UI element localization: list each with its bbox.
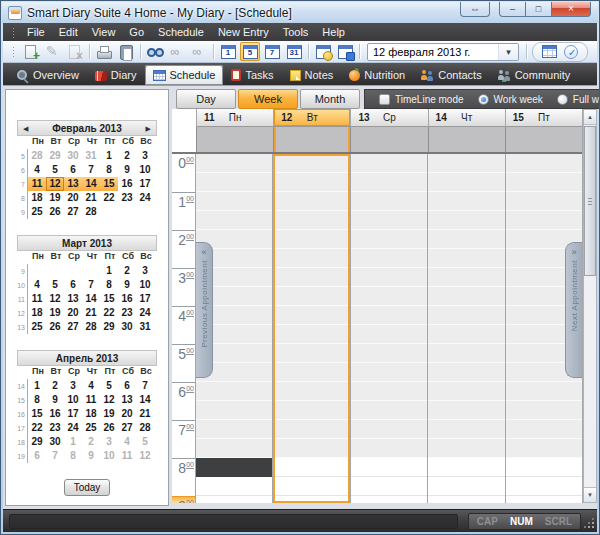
calendar-day[interactable]: 16	[118, 292, 136, 306]
paste-button[interactable]	[116, 42, 136, 61]
scroll-down-icon[interactable]: ▼	[584, 487, 596, 502]
calendar-day[interactable]: 28	[82, 320, 100, 334]
switch-window-button[interactable]: ⇔	[460, 2, 490, 17]
day-column-header[interactable]: 14Чт	[428, 109, 505, 127]
full-week-radio[interactable]	[557, 94, 568, 105]
allday-cell[interactable]	[428, 127, 505, 152]
calendar-day[interactable]: 16	[118, 177, 136, 191]
calendar-day[interactable]: 19	[46, 191, 64, 205]
day-column[interactable]	[350, 154, 427, 503]
vertical-scrollbar[interactable]: ▲ ▼	[583, 109, 597, 503]
close-button[interactable]: ×	[551, 2, 591, 17]
tab-community[interactable]: Community	[490, 65, 579, 85]
timeline-checkbox[interactable]	[379, 94, 390, 105]
next-appointment-tab[interactable]: » Next Appointment	[565, 242, 582, 378]
calendar-day[interactable]: 11	[82, 393, 100, 407]
search-button[interactable]	[145, 42, 165, 61]
calendar-day[interactable]: 27	[118, 421, 136, 435]
calendar-day[interactable]: 6	[28, 449, 46, 463]
calendar-day[interactable]: 8	[64, 449, 82, 463]
view-button-day[interactable]: Day	[176, 89, 236, 109]
calendar-day[interactable]: 3	[136, 264, 154, 278]
calendar-day[interactable]: 18	[82, 407, 100, 421]
calendar-day[interactable]: 20	[64, 191, 82, 205]
resize-grip-icon[interactable]	[584, 518, 594, 528]
calendar-day[interactable]: 6	[118, 379, 136, 393]
calendar-day[interactable]: 17	[136, 292, 154, 306]
calendar-day[interactable]: 1	[100, 264, 118, 278]
calendar-day[interactable]: 15	[100, 292, 118, 306]
tab-overview[interactable]: Overview	[8, 65, 87, 85]
scrollbar-thumb[interactable]	[584, 126, 596, 276]
calendar-day[interactable]: 27	[64, 320, 82, 334]
calendar-day[interactable]: 7	[46, 449, 64, 463]
calendar-day[interactable]: 31	[136, 320, 154, 334]
date-input[interactable]: 12 февраля 2013 г.▾	[367, 43, 519, 61]
calendar-day[interactable]: 1	[64, 435, 82, 449]
calendar-day[interactable]: 12	[46, 177, 64, 191]
calendar-day[interactable]: 7	[136, 379, 154, 393]
calendar-day[interactable]: 25	[28, 205, 46, 219]
calendar-day[interactable]: 25	[28, 320, 46, 334]
calendar-day[interactable]: 29	[100, 320, 118, 334]
calendar-day[interactable]: 14	[136, 393, 154, 407]
calendar-day[interactable]: 9	[46, 393, 64, 407]
calendar-day[interactable]: 5	[136, 435, 154, 449]
calendar-day[interactable]: 8	[100, 278, 118, 292]
calendar-day[interactable]: 5	[46, 278, 64, 292]
calendar-day[interactable]: 1	[28, 379, 46, 393]
today-button[interactable]: Today	[64, 479, 110, 496]
maximize-button[interactable]: □	[526, 2, 551, 17]
calendar-day[interactable]: 2	[82, 435, 100, 449]
calendar-day[interactable]: 9	[118, 278, 136, 292]
full-week-view-button[interactable]: 7	[262, 42, 282, 61]
calendar-day[interactable]: 10	[136, 163, 154, 177]
calendar-day[interactable]: 11	[28, 292, 46, 306]
alarm-list-button[interactable]	[313, 42, 333, 61]
calendar-day[interactable]: 24	[64, 421, 82, 435]
day-view-button[interactable]: 1	[218, 42, 238, 61]
tab-schedule[interactable]: Schedule	[145, 65, 224, 85]
goto-date-button[interactable]	[335, 42, 355, 61]
calendar-day[interactable]: 1	[100, 149, 118, 163]
menu-item-schedule[interactable]: Schedule	[151, 24, 211, 40]
next-month-icon[interactable]: ▶	[146, 125, 151, 133]
calendar-day[interactable]: 10	[100, 449, 118, 463]
calendar-day[interactable]: 8	[28, 393, 46, 407]
calendar-day[interactable]: 4	[28, 163, 46, 177]
calendar-day[interactable]: 28	[28, 149, 46, 163]
calendar-day[interactable]: 12	[136, 449, 154, 463]
calendar-day[interactable]: 20	[118, 407, 136, 421]
selected-timeslot[interactable]	[196, 458, 272, 477]
calendar-day[interactable]: 24	[136, 191, 154, 205]
calendar-day[interactable]: 7	[82, 163, 100, 177]
calendar-day[interactable]: 6	[64, 278, 82, 292]
calendar-day[interactable]: 4	[118, 435, 136, 449]
new-entry-button[interactable]	[21, 42, 41, 61]
calendar-day[interactable]: 26	[46, 205, 64, 219]
calendar-day[interactable]: 5	[46, 163, 64, 177]
calendar-day[interactable]: 11	[28, 177, 46, 191]
calendar-day[interactable]: 3	[64, 379, 82, 393]
tab-contacts[interactable]: Contacts	[413, 65, 489, 85]
day-column[interactable]	[272, 154, 349, 503]
calendar-day[interactable]: 2	[118, 149, 136, 163]
calendar-day[interactable]: 23	[118, 306, 136, 320]
allday-cell[interactable]	[273, 127, 350, 152]
work-week-radio[interactable]	[478, 94, 489, 105]
tab-notes[interactable]: Notes	[282, 65, 342, 85]
calendar-day[interactable]: 26	[46, 320, 64, 334]
table-view-button[interactable]	[539, 42, 559, 61]
menu-item-view[interactable]: View	[85, 24, 123, 40]
calendar-day[interactable]: 5	[100, 379, 118, 393]
calendar-day[interactable]: 4	[28, 278, 46, 292]
view-button-week[interactable]: Week	[238, 89, 298, 109]
calendar-day[interactable]: 29	[28, 435, 46, 449]
allday-cell[interactable]	[196, 127, 273, 152]
scroll-up-icon[interactable]: ▲	[584, 110, 596, 125]
menu-item-file[interactable]: File	[20, 24, 52, 40]
calendar-day[interactable]: 21	[82, 191, 100, 205]
day-column-header[interactable]: 15Пт	[505, 109, 582, 127]
menu-item-new-entry[interactable]: New Entry	[211, 24, 276, 40]
calendar-day[interactable]: 2	[118, 264, 136, 278]
